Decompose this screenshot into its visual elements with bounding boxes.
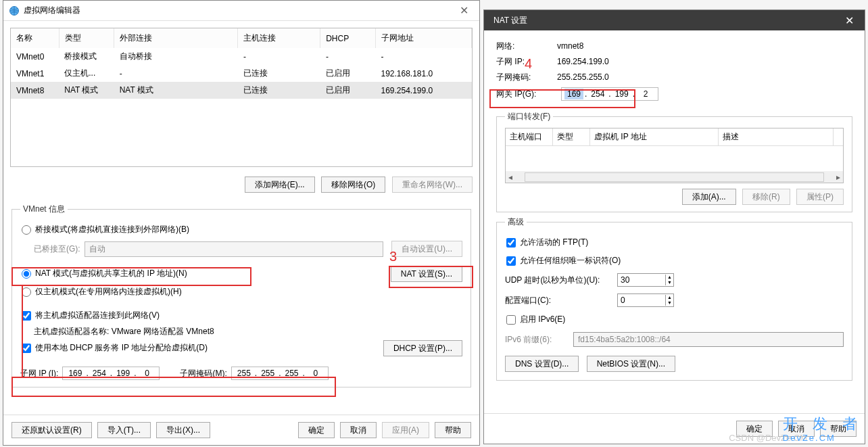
advanced-legend: 高级 [505,216,527,228]
advanced-group: 高级 允许活动的 FTP(T) 允许任何组织唯一标识符(O) UDP 超时(以秒… [496,216,852,381]
restore-defaults-button[interactable]: 还原默认设置(R) [11,422,92,438]
right-title: NAT 设置 [489,15,839,26]
help-button[interactable]: 帮助 [435,422,471,438]
cfg-port-label: 配置端口(C): [505,295,613,306]
check-enable-ipv6[interactable]: 启用 IPv6(E) [505,310,844,329]
netbios-settings-button[interactable]: NetBIOS 设置(N)... [587,356,675,372]
table-header[interactable]: 外部连接 [114,28,238,48]
check-connect-host[interactable]: 将主机虚拟适配器连接到此网络(V) [20,306,462,325]
table-row[interactable]: VMnet0桥接模式自动桥接--- [11,48,472,65]
vmnet-info-legend: VMnet 信息 [20,204,68,215]
check-active-ftp[interactable]: 允许活动的 FTP(T) [505,233,844,252]
annotation-num-3: 3 [389,249,397,264]
spin-up-icon[interactable]: ▲ [666,275,673,280]
ipv6-prefix-input [573,332,844,347]
left-title: 虚拟网络编辑器 [24,5,454,16]
subnet-mask-value: 255.255.255.0 [557,72,609,82]
ipv6-prefix-label: IPv6 前缀(6): [505,334,569,346]
globe-icon [9,5,20,16]
radio-bridge[interactable]: 桥接模式(将虚拟机直接连接到外部网络)(B) [20,220,462,239]
bridged-to-row: 已桥接至(G): 自动 自动设置(U)... [34,239,462,259]
subnet-row: 子网 IP (I): . . . 子网掩码(M): . . . [20,367,462,380]
radio-nat-label: NAT 模式(与虚拟机共享主机的 IP 地址)(N) [35,268,187,279]
bridged-to-combo: 自动 [85,241,384,257]
table-header[interactable]: 子网地址 [375,28,471,48]
subnet-ip-value: 169.254.199.0 [557,57,609,66]
network-label: 网络: [496,41,557,52]
radio-hostonly-input[interactable] [22,287,31,297]
ok-button[interactable]: 确定 [298,422,335,438]
check-use-dhcp-label: 使用本地 DHCP 服务将 IP 地址分配给虚拟机(D) [35,342,208,354]
udp-timeout-input[interactable]: ▲▼ [617,273,674,287]
table-header[interactable]: 主机连接 [238,28,320,48]
subnet-ip-label: 子网 IP (I): [20,368,58,379]
apply-button: 应用(A) [382,422,429,438]
rename-network-button: 重命名网络(W)... [392,177,473,193]
annotation-num-4: 4 [525,56,532,72]
table-buttons: 添加网络(E)... 移除网络(O) 重命名网络(W)... [3,174,479,199]
export-button[interactable]: 导出(X)... [156,422,210,438]
radio-bridge-input[interactable] [22,225,31,235]
right-titlebar: NAT 设置 ✕ [484,10,865,30]
scroll-right-icon[interactable]: ▸ [834,172,843,182]
auto-settings-button: 自动设置(U)... [391,241,462,257]
radio-bridge-label: 桥接模式(将虚拟机直接连接到外部网络)(B) [35,224,189,235]
annotation-connector-v [22,286,23,377]
table-header[interactable]: 类型 [59,28,114,48]
pf-remove-button: 移除(R) [742,189,790,205]
check-use-dhcp-input[interactable] [22,344,31,353]
cancel-button[interactable]: 取消 [340,422,377,438]
dns-settings-button[interactable]: DNS 设置(D)... [505,356,579,372]
nat-settings-button[interactable]: NAT 设置(S)... [391,266,462,282]
pf-header[interactable]: 主机端口 [506,128,553,145]
spin-up-icon[interactable]: ▲ [666,295,673,300]
host-adapter-name: 主机虚拟适配器名称: VMware 网络适配器 VMnet8 [34,325,462,339]
vmnet-info-group: VMnet 信息 桥接模式(将虚拟机直接连接到外部网络)(B) 已桥接至(G):… [11,204,471,387]
gateway-ip-input[interactable]: . . . [561,87,658,101]
table-header[interactable]: DHCP [320,28,375,48]
horizontal-scrollbar[interactable]: ◂ ▸ [506,171,843,183]
network-table: 名称类型外部连接主机连接DHCP子网地址 VMnet0桥接模式自动桥接---VM… [10,28,473,167]
nat-settings-dialog: NAT 设置 ✕ 网络:vmnet8 子网 IP:169.254.199.0 子… [483,9,865,444]
nat-info: 网络:vmnet8 子网 IP:169.254.199.0 子网掩码:255.2… [484,30,865,107]
check-connect-host-label: 将主机虚拟适配器连接到此网络(V) [35,310,160,321]
close-icon[interactable]: ✕ [839,14,859,27]
spin-down-icon[interactable]: ▼ [666,300,673,306]
dhcp-settings-button[interactable]: DHCP 设置(P)... [383,340,462,356]
port-forward-legend: 端口转发(F) [505,111,553,122]
port-forward-body[interactable]: ◂ ▸ [506,145,843,183]
close-icon[interactable]: ✕ [454,4,474,17]
check-use-dhcp[interactable]: 使用本地 DHCP 服务将 IP 地址分配给虚拟机(D) [20,339,209,357]
pf-header[interactable]: 虚拟机 IP 地址 [590,128,719,145]
pf-add-button[interactable]: 添加(A)... [682,189,736,205]
subnet-mask-input[interactable]: . . . [231,367,329,380]
spin-down-icon[interactable]: ▼ [666,280,673,285]
cfg-port-input[interactable]: ▲▼ [617,293,674,307]
check-any-oui[interactable]: 允许任何组织唯一标识符(O) [505,252,844,270]
pf-header[interactable]: 描述 [719,128,834,145]
udp-timeout-label: UDP 超时(以秒为单位)(U): [505,275,613,286]
table-header[interactable]: 名称 [11,28,59,48]
table-row[interactable]: VMnet1仅主机...-已连接已启用192.168.181.0 [11,65,472,82]
radio-nat-input[interactable] [22,269,31,279]
import-button[interactable]: 导入(T)... [97,422,151,438]
network-value: vmnet8 [557,41,583,51]
radio-nat[interactable]: NAT 模式(与虚拟机共享主机的 IP 地址)(N) [20,264,189,283]
radio-hostonly[interactable]: 仅主机模式(在专用网络内连接虚拟机)(H) [20,283,462,301]
table-row[interactable]: VMnet8NAT 模式NAT 模式已连接已启用169.254.199.0 [11,82,472,99]
port-forward-group: 端口转发(F) 主机端口类型虚拟机 IP 地址描述 ◂ ▸ 添加(A)... 移… [496,111,852,212]
check-connect-host-input[interactable] [22,311,31,321]
bridged-to-label: 已桥接至(G): [34,243,80,255]
remove-network-button[interactable]: 移除网络(O) [321,177,385,193]
devze-logo: 开 发 者 DevZe.CM [783,414,863,443]
subnet-mask-label: 子网掩码(M): [180,368,226,379]
add-network-button[interactable]: 添加网络(E)... [245,177,315,193]
pf-header[interactable]: 类型 [553,128,590,145]
left-footer: 还原默认设置(R) 导入(T)... 导出(X)... 确定 取消 应用(A) … [3,415,479,445]
subnet-mask-label-r: 子网掩码: [496,72,557,83]
pf-props-button: 属性(P) [796,189,844,205]
scroll-left-icon[interactable]: ◂ [506,172,515,182]
port-forward-table: 主机端口类型虚拟机 IP 地址描述 ◂ ▸ [505,128,844,183]
radio-hostonly-label: 仅主机模式(在专用网络内连接虚拟机)(H) [35,286,182,298]
subnet-ip-input[interactable]: . . . [62,367,160,380]
